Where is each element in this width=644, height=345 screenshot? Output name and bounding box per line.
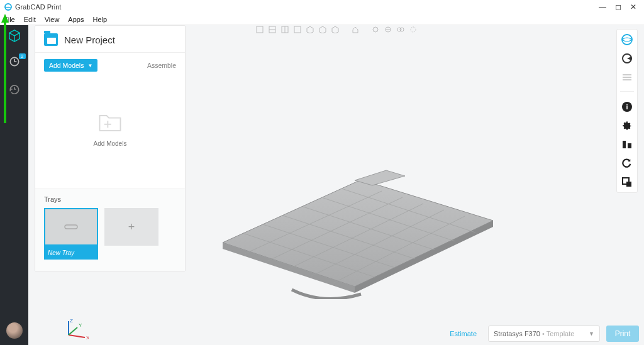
build-plate bbox=[197, 161, 525, 299]
svg-rect-47 bbox=[65, 225, 77, 229]
view-right-icon[interactable] bbox=[280, 25, 289, 34]
app-icon bbox=[4, 3, 13, 11]
svg-point-18 bbox=[622, 35, 632, 45]
svg-line-32 bbox=[243, 233, 375, 277]
bottom-bar: Estimate Stratasys F370 • Template ▼ Pri… bbox=[450, 322, 644, 345]
minimize-button[interactable]: — bbox=[599, 3, 606, 11]
printer-name: Stratasys F370 bbox=[494, 330, 540, 337]
caret-down-icon: ▼ bbox=[87, 63, 92, 68]
menu-help[interactable]: Help bbox=[92, 16, 107, 23]
menubar: File Edit View Apps Help bbox=[0, 14, 644, 25]
svg-rect-44 bbox=[47, 38, 56, 44]
view-toolbar bbox=[255, 25, 418, 34]
estimate-link[interactable]: Estimate bbox=[450, 330, 477, 337]
svg-text:i: i bbox=[626, 103, 628, 111]
view-iso2-icon[interactable] bbox=[318, 25, 327, 34]
svg-marker-31 bbox=[355, 221, 493, 293]
chevron-down-icon: ▼ bbox=[589, 331, 594, 337]
svg-marker-29 bbox=[223, 180, 493, 287]
slice-icon[interactable] bbox=[621, 52, 633, 65]
queue-badge: 2 bbox=[19, 53, 25, 59]
view-left-icon[interactable] bbox=[293, 25, 302, 34]
history-icon[interactable] bbox=[8, 83, 21, 96]
home-icon[interactable] bbox=[8, 29, 21, 43]
menu-apps[interactable]: Apps bbox=[68, 16, 84, 23]
assemble-link[interactable]: Assemble bbox=[147, 62, 176, 69]
add-folder-icon bbox=[96, 110, 124, 135]
arrange-icon[interactable] bbox=[621, 176, 633, 189]
display-wire-icon[interactable] bbox=[384, 25, 392, 34]
models-dropzone[interactable]: Add Models bbox=[44, 78, 176, 178]
svg-marker-43 bbox=[355, 170, 405, 185]
display-hidden-icon[interactable] bbox=[409, 25, 418, 34]
view-top-icon[interactable] bbox=[255, 25, 264, 34]
project-panel: New Project Add Models ▼ Assemble bbox=[35, 25, 186, 271]
display-shaded-icon[interactable] bbox=[371, 25, 380, 34]
tray-label: New Tray bbox=[44, 246, 98, 260]
view-front-icon[interactable] bbox=[268, 25, 277, 34]
tray-add-card[interactable]: + bbox=[104, 208, 158, 260]
svg-line-48 bbox=[69, 335, 85, 337]
axis-gizmo: X Z Y bbox=[64, 319, 89, 340]
svg-text:Y: Y bbox=[79, 322, 82, 328]
svg-rect-26 bbox=[628, 143, 631, 148]
schedule-icon[interactable]: 2 bbox=[8, 55, 21, 70]
svg-marker-10 bbox=[319, 26, 326, 33]
svg-rect-28 bbox=[626, 182, 631, 187]
svg-line-40 bbox=[289, 204, 423, 269]
svg-rect-25 bbox=[623, 141, 626, 148]
svg-line-36 bbox=[323, 198, 455, 241]
plus-icon: + bbox=[104, 208, 158, 246]
svg-rect-3 bbox=[257, 26, 263, 33]
view-home-icon[interactable] bbox=[351, 25, 360, 34]
printer-select[interactable]: Stratasys F370 • Template ▼ bbox=[488, 326, 600, 342]
svg-line-37 bbox=[343, 189, 475, 233]
menu-edit[interactable]: Edit bbox=[24, 16, 36, 23]
svg-point-16 bbox=[400, 28, 404, 31]
maximize-button[interactable]: ◻ bbox=[615, 3, 621, 11]
svg-rect-21 bbox=[623, 77, 631, 78]
svg-marker-9 bbox=[307, 26, 313, 33]
right-toolbar: i bbox=[616, 29, 638, 193]
close-button[interactable]: ✕ bbox=[630, 3, 636, 11]
add-models-button[interactable]: Add Models ▼ bbox=[44, 59, 97, 72]
svg-line-38 bbox=[245, 191, 382, 254]
menu-view[interactable]: View bbox=[45, 16, 60, 23]
svg-rect-8 bbox=[294, 26, 301, 33]
panel-header: New Project bbox=[35, 26, 185, 53]
svg-rect-46 bbox=[104, 123, 111, 124]
left-rail: 2 bbox=[0, 25, 28, 345]
print-button[interactable]: Print bbox=[606, 326, 639, 342]
titlebar: GrabCAD Print — ◻ ✕ bbox=[0, 0, 644, 14]
svg-text:Z: Z bbox=[70, 319, 73, 324]
gear-icon[interactable] bbox=[621, 119, 633, 132]
menu-file[interactable]: File bbox=[4, 16, 15, 23]
info-icon[interactable]: i bbox=[621, 101, 633, 113]
svg-line-52 bbox=[69, 327, 77, 335]
layers-icon[interactable] bbox=[621, 71, 633, 84]
panel-body: Add Models ▼ Assemble Add Models bbox=[35, 53, 185, 189]
svg-marker-11 bbox=[332, 26, 338, 33]
globe-icon[interactable] bbox=[621, 33, 633, 46]
add-models-label: Add Models bbox=[49, 62, 84, 69]
view-iso3-icon[interactable] bbox=[331, 25, 340, 34]
dropzone-label: Add Models bbox=[94, 140, 127, 147]
printer-template: Template bbox=[547, 330, 575, 337]
panel-title: New Project bbox=[64, 35, 115, 45]
svg-line-39 bbox=[267, 197, 402, 261]
svg-point-12 bbox=[373, 27, 378, 32]
trays-section: Trays New Tray + bbox=[35, 189, 185, 271]
avatar[interactable] bbox=[6, 322, 23, 339]
svg-point-17 bbox=[411, 27, 416, 32]
svg-rect-20 bbox=[623, 74, 631, 75]
tray-card-1[interactable]: New Tray bbox=[44, 208, 98, 260]
display-hybrid-icon[interactable] bbox=[396, 25, 405, 34]
refresh-icon[interactable] bbox=[621, 157, 633, 170]
svg-rect-22 bbox=[623, 79, 631, 80]
trays-title: Trays bbox=[44, 195, 176, 203]
viewport[interactable]: i bbox=[28, 25, 644, 345]
svg-line-35 bbox=[303, 207, 435, 250]
supports-icon[interactable] bbox=[621, 138, 633, 151]
view-iso1-icon[interactable] bbox=[306, 25, 314, 34]
svg-line-34 bbox=[283, 216, 415, 259]
